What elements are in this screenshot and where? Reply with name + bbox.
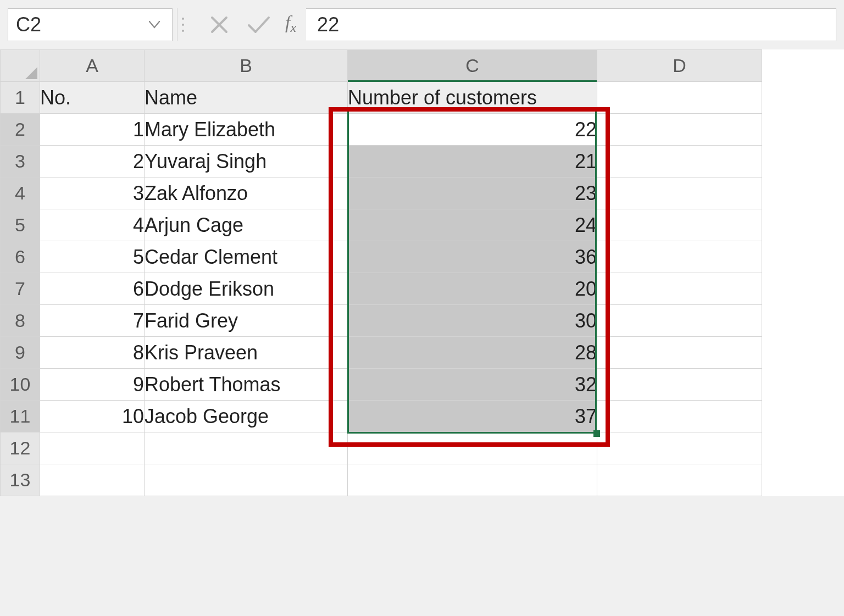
name-box-dropdown-icon[interactable] [145,21,164,29]
cell-b4[interactable]: Zak Alfonzo [145,177,348,209]
cell-d2[interactable] [597,114,762,146]
cell-d10[interactable] [597,369,762,401]
formula-input-value: 22 [317,13,339,36]
cell-b1[interactable]: Name [145,82,348,114]
row-header[interactable]: 6 [1,241,40,273]
name-box[interactable]: C2 [8,8,173,41]
row-header[interactable]: 13 [1,464,40,496]
cell-a1[interactable]: No. [40,82,145,114]
row-header[interactable]: 8 [1,305,40,337]
enter-button[interactable] [242,9,275,40]
cell-a12[interactable] [40,432,145,464]
cell-d5[interactable] [597,209,762,241]
cell-b7[interactable]: Dodge Erikson [145,273,348,305]
formula-input[interactable]: 22 [306,8,836,41]
cell-c6[interactable]: 36 [348,241,597,273]
cell-a4[interactable]: 3 [40,177,145,209]
separator [177,8,177,41]
column-header-d[interactable]: D [597,50,762,82]
cell-b9[interactable]: Kris Praveen [145,337,348,369]
column-header-b[interactable]: B [145,50,348,82]
cell-c9[interactable]: 28 [348,337,597,369]
cell-c2[interactable]: 22 [348,114,597,146]
row-header[interactable]: 10 [1,369,40,401]
cell-d1[interactable] [597,82,762,114]
cell-a10[interactable]: 9 [40,369,145,401]
cell-c13[interactable] [348,464,597,496]
cancel-button[interactable] [203,9,236,40]
row-header[interactable]: 2 [1,114,40,146]
cell-a3[interactable]: 2 [40,146,145,177]
row-header[interactable]: 9 [1,337,40,369]
cell-b10[interactable]: Robert Thomas [145,369,348,401]
formula-tools: fx [186,8,303,41]
select-all-button[interactable] [1,50,40,82]
cell-d12[interactable] [597,432,762,464]
cell-a7[interactable]: 6 [40,273,145,305]
column-header-c[interactable]: C [348,50,597,82]
cell-c10[interactable]: 32 [348,369,597,401]
expand-formula-bar-icon[interactable] [182,9,186,40]
row-header[interactable]: 4 [1,177,40,209]
cell-c8[interactable]: 30 [348,305,597,337]
cell-c1[interactable]: Number of customers [348,82,597,114]
cell-b2[interactable]: Mary Elizabeth [145,114,348,146]
column-header-a[interactable]: A [40,50,145,82]
row-header[interactable]: 1 [1,82,40,114]
row-header[interactable]: 7 [1,273,40,305]
cell-d13[interactable] [597,464,762,496]
cell-d8[interactable] [597,305,762,337]
spreadsheet-grid: A B C D 1 No. Name Number of customers 2… [0,49,844,496]
cell-a8[interactable]: 7 [40,305,145,337]
cell-b5[interactable]: Arjun Cage [145,209,348,241]
cell-c5[interactable]: 24 [348,209,597,241]
row-header[interactable]: 11 [1,401,40,432]
cell-d9[interactable] [597,337,762,369]
cell-b11[interactable]: Jacob George [145,401,348,432]
cell-a9[interactable]: 8 [40,337,145,369]
cell-d3[interactable] [597,146,762,177]
cell-b13[interactable] [145,464,348,496]
cell-c4[interactable]: 23 [348,177,597,209]
row-header[interactable]: 12 [1,432,40,464]
sheet-table: A B C D 1 No. Name Number of customers 2… [0,49,762,496]
cell-d7[interactable] [597,273,762,305]
cell-c11[interactable]: 37 [348,401,597,432]
row-header[interactable]: 3 [1,146,40,177]
name-box-value: C2 [16,13,145,36]
cell-c7[interactable]: 20 [348,273,597,305]
cell-c3[interactable]: 21 [348,146,597,177]
formula-bar: C2 fx 22 [0,0,844,49]
cell-d4[interactable] [597,177,762,209]
cell-a13[interactable] [40,464,145,496]
cell-d11[interactable] [597,401,762,432]
cell-a5[interactable]: 4 [40,209,145,241]
cell-b6[interactable]: Cedar Clement [145,241,348,273]
cell-b3[interactable]: Yuvaraj Singh [145,146,348,177]
insert-function-button[interactable]: fx [282,12,301,33]
cell-a2[interactable]: 1 [40,114,145,146]
cell-a6[interactable]: 5 [40,241,145,273]
row-header[interactable]: 5 [1,209,40,241]
cell-b12[interactable] [145,432,348,464]
cell-c12[interactable] [348,432,597,464]
cell-b8[interactable]: Farid Grey [145,305,348,337]
cell-d6[interactable] [597,241,762,273]
cell-a11[interactable]: 10 [40,401,145,432]
